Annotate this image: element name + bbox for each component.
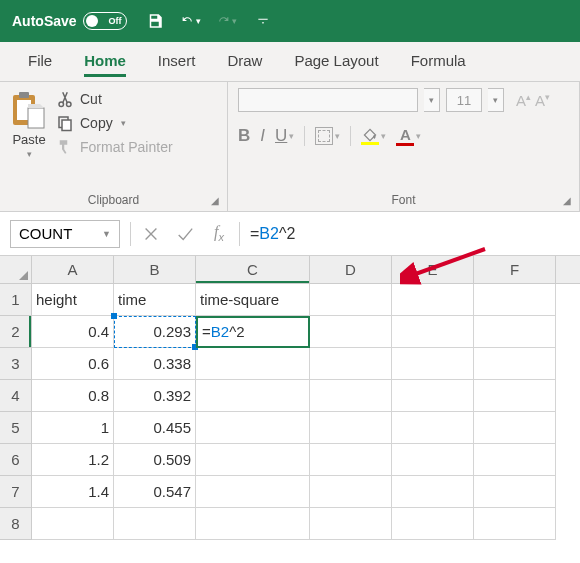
chevron-down-icon[interactable]: ▾ (196, 16, 201, 26)
cell[interactable] (392, 316, 474, 348)
cell[interactable] (474, 508, 556, 540)
chevron-down-icon[interactable]: ▾ (27, 149, 32, 159)
underline-button[interactable]: U▾ (275, 126, 294, 146)
cell[interactable] (310, 348, 392, 380)
cell[interactable]: 0.509 (114, 444, 196, 476)
row-header[interactable]: 8 (0, 508, 32, 540)
font-color-button[interactable]: A ▾ (396, 126, 421, 146)
italic-button[interactable]: I (260, 126, 265, 146)
tab-page-layout[interactable]: Page Layout (278, 42, 394, 81)
cell[interactable]: time (114, 284, 196, 316)
font-size-input[interactable]: 11 (446, 88, 482, 112)
copy-button[interactable]: Copy ▾ (56, 114, 173, 132)
cell[interactable]: 0.6 (32, 348, 114, 380)
name-box[interactable]: COUNT ▼ (10, 220, 120, 248)
col-header-C[interactable]: C (196, 256, 310, 283)
cell[interactable] (196, 348, 310, 380)
col-header-D[interactable]: D (310, 256, 392, 283)
tab-draw[interactable]: Draw (211, 42, 278, 81)
cell[interactable] (474, 348, 556, 380)
col-header-E[interactable]: E (392, 256, 474, 283)
cell-editing[interactable]: =B2^2 (196, 316, 310, 348)
undo-button[interactable]: ▾ (181, 11, 201, 31)
cell[interactable] (474, 316, 556, 348)
autosave-toggle[interactable]: AutoSave Off (12, 12, 127, 30)
cut-button[interactable]: Cut (56, 90, 173, 108)
enter-icon[interactable] (175, 224, 195, 244)
tab-insert[interactable]: Insert (142, 42, 212, 81)
overflow-button[interactable] (253, 11, 273, 31)
tab-file[interactable]: File (12, 42, 68, 81)
cell[interactable]: 0.455 (114, 412, 196, 444)
cell[interactable] (114, 508, 196, 540)
cell[interactable] (310, 284, 392, 316)
cell[interactable] (392, 508, 474, 540)
shrink-font-icon[interactable]: A▾ (535, 92, 550, 109)
cell[interactable] (392, 444, 474, 476)
col-header-B[interactable]: B (114, 256, 196, 283)
cell[interactable] (196, 444, 310, 476)
cell[interactable] (196, 412, 310, 444)
row-header[interactable]: 1 (0, 284, 32, 316)
font-name-dropdown[interactable]: ▾ (424, 88, 440, 112)
borders-button[interactable]: ▾ (315, 127, 340, 145)
cell[interactable]: 0.8 (32, 380, 114, 412)
row-header[interactable]: 6 (0, 444, 32, 476)
cell[interactable]: time-square (196, 284, 310, 316)
grow-font-icon[interactable]: A▴ (516, 92, 531, 109)
row-header[interactable]: 3 (0, 348, 32, 380)
cell[interactable] (474, 444, 556, 476)
formula-bar-input[interactable]: =B2^2 (250, 225, 295, 243)
row-header[interactable]: 2 (0, 316, 32, 348)
font-name-input[interactable] (238, 88, 418, 112)
tab-formulas[interactable]: Formula (395, 42, 482, 81)
chevron-down-icon[interactable]: ▾ (232, 16, 237, 26)
tab-home[interactable]: Home (68, 42, 142, 81)
bold-button[interactable]: B (238, 126, 250, 146)
cell[interactable] (310, 412, 392, 444)
cell-referenced[interactable]: 0.293 (114, 316, 196, 348)
font-launcher-icon[interactable]: ◢ (563, 195, 575, 207)
row-header[interactable]: 5 (0, 412, 32, 444)
autosave-switch[interactable]: Off (83, 12, 127, 30)
cell[interactable]: 1.4 (32, 476, 114, 508)
cell[interactable] (392, 412, 474, 444)
chevron-down-icon[interactable]: ▼ (102, 229, 111, 239)
cell[interactable]: 0.392 (114, 380, 196, 412)
cell[interactable] (310, 508, 392, 540)
cell[interactable] (474, 412, 556, 444)
cell[interactable]: 0.338 (114, 348, 196, 380)
cell[interactable] (196, 508, 310, 540)
clipboard-launcher-icon[interactable]: ◢ (211, 195, 223, 207)
fill-color-button[interactable]: ▾ (361, 128, 386, 145)
cell[interactable] (310, 316, 392, 348)
cell[interactable] (310, 476, 392, 508)
format-painter-button[interactable]: Format Painter (56, 138, 173, 156)
fx-icon[interactable]: fx (209, 224, 229, 244)
cell[interactable] (474, 284, 556, 316)
chevron-down-icon[interactable]: ▾ (121, 118, 126, 128)
row-header[interactable]: 4 (0, 380, 32, 412)
col-header-F[interactable]: F (474, 256, 556, 283)
spreadsheet-grid[interactable]: A B C D E F 1 height time time-square 2 … (0, 256, 580, 540)
cell[interactable]: height (32, 284, 114, 316)
cell[interactable]: 0.4 (32, 316, 114, 348)
cell[interactable] (310, 444, 392, 476)
paste-button[interactable]: Paste ▾ (10, 88, 48, 161)
redo-button[interactable]: ▾ (217, 11, 237, 31)
font-size-dropdown[interactable]: ▾ (488, 88, 504, 112)
cell[interactable]: 1.2 (32, 444, 114, 476)
cell[interactable] (392, 476, 474, 508)
cell[interactable] (474, 476, 556, 508)
cancel-icon[interactable] (141, 224, 161, 244)
save-icon[interactable] (145, 11, 165, 31)
cell[interactable] (392, 380, 474, 412)
cell[interactable] (32, 508, 114, 540)
cell[interactable] (392, 348, 474, 380)
cell[interactable] (474, 380, 556, 412)
cell[interactable]: 0.547 (114, 476, 196, 508)
row-header[interactable]: 7 (0, 476, 32, 508)
col-header-A[interactable]: A (32, 256, 114, 283)
cell[interactable]: 1 (32, 412, 114, 444)
select-all-button[interactable] (0, 256, 32, 283)
